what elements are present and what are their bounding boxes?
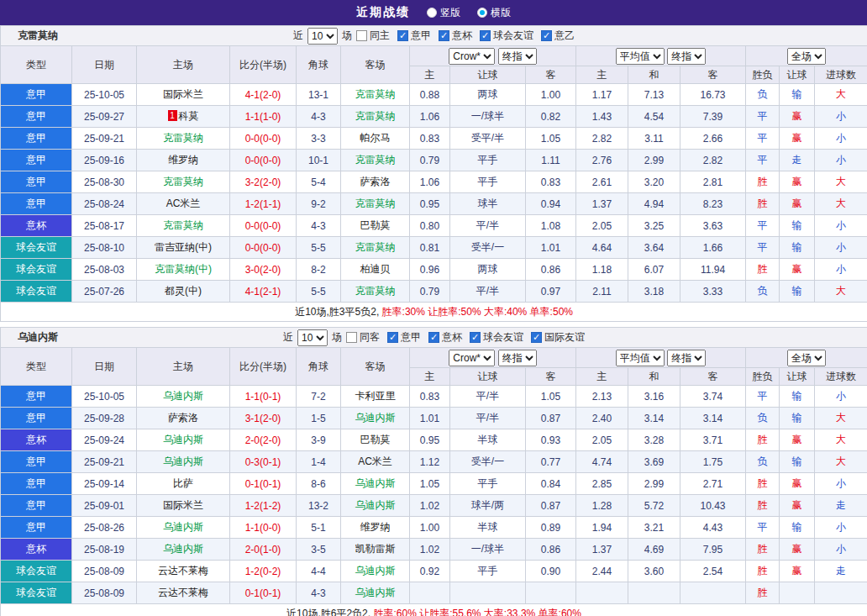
- away-team-cell[interactable]: 卡利亚里: [341, 386, 410, 408]
- checkbox-icon[interactable]: [397, 30, 408, 41]
- away-team-cell[interactable]: 凯勒雷斯: [341, 539, 410, 561]
- checkbox-icon[interactable]: [480, 30, 491, 41]
- away-team-cell[interactable]: 帕尔马: [341, 128, 410, 150]
- filter-checkbox[interactable]: 意甲: [387, 330, 421, 345]
- away-team-name[interactable]: 巴勒莫: [360, 219, 391, 231]
- home-team-cell[interactable]: 云达不莱梅: [137, 561, 230, 582]
- filter-checkbox[interactable]: 同主: [356, 29, 390, 43]
- home-team-name[interactable]: 云达不莱梅: [158, 565, 208, 577]
- home-team-cell[interactable]: 维罗纳: [137, 150, 230, 171]
- away-team-name[interactable]: 柏迪贝: [360, 263, 391, 275]
- away-team-cell[interactable]: 克雷莫纳: [341, 237, 410, 259]
- away-team-name[interactable]: 乌迪内斯: [355, 565, 396, 577]
- home-team-cell[interactable]: 云达不莱梅: [137, 582, 230, 604]
- home-team-cell[interactable]: 1科莫: [137, 106, 230, 128]
- score-cell[interactable]: 2-0(1-0): [230, 539, 297, 561]
- away-team-name[interactable]: 维罗纳: [360, 521, 391, 533]
- average-mode-select[interactable]: 终指: [667, 350, 706, 366]
- away-team-name[interactable]: 克雷莫纳: [355, 197, 396, 209]
- away-team-cell[interactable]: 克雷莫纳: [341, 150, 410, 171]
- home-team-name[interactable]: 克雷莫纳: [163, 219, 203, 231]
- away-team-name[interactable]: 乌迪内斯: [355, 412, 396, 424]
- checkbox-icon[interactable]: [470, 332, 481, 343]
- scope-select[interactable]: 全场: [787, 48, 826, 65]
- home-team-name[interactable]: 克雷莫纳(中): [155, 263, 212, 275]
- radio-icon-horizontal[interactable]: [477, 8, 487, 18]
- checkbox-icon[interactable]: [428, 332, 439, 343]
- away-team-name[interactable]: 克雷莫纳: [355, 285, 396, 297]
- score-cell[interactable]: 1-2(1-2): [230, 495, 297, 517]
- home-team-cell[interactable]: 乌迪内斯: [137, 539, 230, 561]
- odds-mode-select[interactable]: 终指: [498, 48, 537, 65]
- home-team-name[interactable]: 乌迪内斯: [163, 390, 203, 402]
- filter-checkbox[interactable]: 意甲: [397, 29, 431, 43]
- filter-checkbox[interactable]: 球会友谊: [470, 330, 523, 345]
- filter-checkbox[interactable]: 意杯: [428, 330, 462, 345]
- home-team-cell[interactable]: 都灵(中): [137, 281, 230, 303]
- away-team-name[interactable]: 乌迪内斯: [355, 587, 396, 598]
- score-cell[interactable]: 0-1(0-1): [230, 473, 297, 495]
- score-cell[interactable]: 1-1(1-0): [230, 106, 297, 128]
- away-team-name[interactable]: 卡利亚里: [355, 390, 396, 402]
- home-team-name[interactable]: 都灵(中): [165, 285, 202, 297]
- away-team-name[interactable]: 克雷莫纳: [355, 154, 396, 166]
- away-team-cell[interactable]: 克雷莫纳: [341, 193, 410, 215]
- filter-checkbox[interactable]: 意乙: [541, 29, 575, 43]
- home-team-name[interactable]: 乌迪内斯: [163, 455, 203, 467]
- score-cell[interactable]: 4-1(2-0): [230, 84, 297, 106]
- home-team-name[interactable]: 国际米兰: [163, 499, 203, 511]
- score-cell[interactable]: 0-1(0-1): [230, 582, 297, 604]
- home-team-name[interactable]: 克雷莫纳: [163, 132, 203, 144]
- score-cell[interactable]: 4-1(2-1): [230, 281, 297, 303]
- away-team-cell[interactable]: 克雷莫纳: [341, 106, 410, 128]
- home-team-cell[interactable]: 比萨: [137, 473, 230, 495]
- home-team-name[interactable]: 萨索洛: [168, 412, 198, 424]
- home-team-cell[interactable]: AC米兰: [137, 193, 230, 215]
- home-team-name[interactable]: 比萨: [173, 477, 193, 489]
- away-team-name[interactable]: 克雷莫纳: [355, 241, 396, 253]
- home-team-name[interactable]: 克雷莫纳: [163, 176, 203, 187]
- home-team-name[interactable]: 乌迪内斯: [163, 543, 203, 555]
- home-team-name[interactable]: 雷吉亚纳(中): [155, 241, 212, 253]
- home-team-name[interactable]: AC米兰: [166, 197, 201, 209]
- score-cell[interactable]: 1-1(0-0): [230, 517, 297, 539]
- average-select[interactable]: 平均值: [616, 48, 665, 65]
- away-team-name[interactable]: 乌迪内斯: [355, 499, 396, 511]
- match-count-select[interactable]: 10: [307, 28, 338, 45]
- away-team-cell[interactable]: 巴勒莫: [341, 429, 410, 451]
- filter-checkbox[interactable]: 球会友谊: [480, 29, 533, 43]
- filter-checkbox[interactable]: 意杯: [439, 29, 472, 43]
- away-team-cell[interactable]: 乌迪内斯: [341, 408, 410, 429]
- home-team-cell[interactable]: 乌迪内斯: [137, 386, 230, 408]
- away-team-cell[interactable]: AC米兰: [341, 451, 410, 473]
- home-team-cell[interactable]: 乌迪内斯: [137, 517, 230, 539]
- away-team-cell[interactable]: 乌迪内斯: [341, 495, 410, 517]
- away-team-cell[interactable]: 柏迪贝: [341, 259, 410, 281]
- away-team-cell[interactable]: 巴勒莫: [341, 215, 410, 237]
- home-team-name[interactable]: 国际米兰: [163, 88, 203, 100]
- away-team-name[interactable]: 克雷莫纳: [355, 88, 396, 100]
- away-team-name[interactable]: 凯勒雷斯: [355, 543, 396, 555]
- home-team-name[interactable]: 乌迪内斯: [163, 521, 203, 533]
- checkbox-icon[interactable]: [356, 30, 367, 41]
- checkbox-icon[interactable]: [387, 332, 398, 343]
- home-team-name[interactable]: 乌迪内斯: [163, 434, 203, 445]
- home-team-cell[interactable]: 克雷莫纳: [137, 171, 230, 193]
- home-team-cell[interactable]: 克雷莫纳: [137, 128, 230, 150]
- score-cell[interactable]: 3-0(2-0): [230, 259, 297, 281]
- score-cell[interactable]: 0-0(0-0): [230, 237, 297, 259]
- home-team-name[interactable]: 云达不莱梅: [158, 587, 208, 598]
- checkbox-icon[interactable]: [531, 332, 542, 343]
- away-team-cell[interactable]: 乌迪内斯: [341, 473, 410, 495]
- away-team-cell[interactable]: 萨索洛: [341, 171, 410, 193]
- average-mode-select[interactable]: 终指: [667, 48, 706, 65]
- score-cell[interactable]: 0-0(0-0): [230, 215, 297, 237]
- score-cell[interactable]: 0-3(0-1): [230, 451, 297, 473]
- score-cell[interactable]: 2-0(2-0): [230, 429, 297, 451]
- score-cell[interactable]: 0-0(0-0): [230, 128, 297, 150]
- checkbox-icon[interactable]: [346, 332, 357, 343]
- radio-icon-vertical[interactable]: [427, 8, 437, 18]
- away-team-name[interactable]: 萨索洛: [360, 176, 391, 187]
- home-team-cell[interactable]: 萨索洛: [137, 408, 230, 429]
- layout-radio-vertical[interactable]: 竖版: [427, 6, 460, 20]
